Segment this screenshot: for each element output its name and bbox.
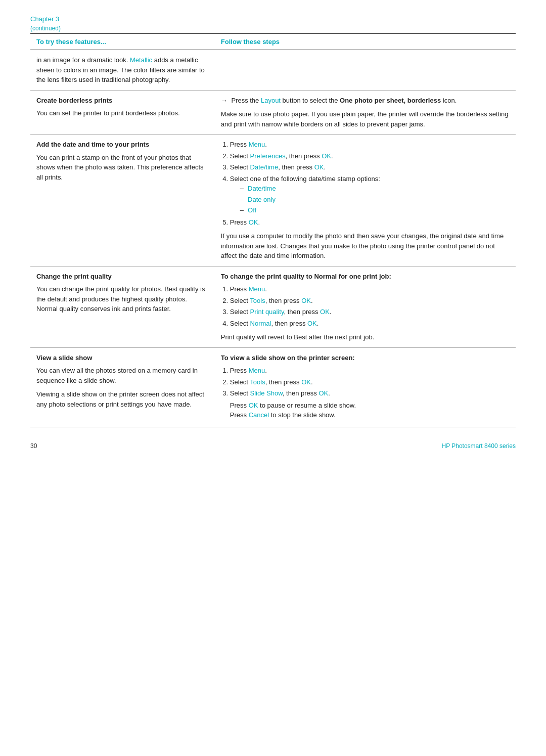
- metallic-highlight: Metallic: [130, 56, 152, 64]
- table-row: in an image for a dramatic look. Metalli…: [30, 50, 516, 91]
- continued-label: (continued): [30, 25, 516, 32]
- list-item: Off: [240, 205, 510, 215]
- preferences-highlight: Preferences: [250, 152, 286, 160]
- slideshow-subnote2: Press Cancel to stop the slide show.: [230, 410, 510, 420]
- quality-steps-title: To change the print quality to Normal fo…: [221, 272, 510, 282]
- feature-body2-slideshow: Viewing a slide show on the printer scre…: [36, 389, 209, 409]
- list-item: Date only: [240, 195, 510, 205]
- datetime-options-list: Date/time Date only Off: [240, 184, 510, 215]
- ok-highlight-6: OK: [307, 320, 317, 327]
- feature-body-borderless: You can set the printer to print borderl…: [36, 108, 209, 118]
- slideshow-steps-list: Press Menu. Select Tools, then press OK.…: [230, 366, 510, 420]
- feature-title-borderless: Create borderless prints: [36, 96, 209, 106]
- list-item: Select Normal, then press OK.: [230, 319, 510, 329]
- feature-text-color-filters: in an image for a dramatic look. Metalli…: [36, 56, 205, 83]
- content-table: To try these features... Follow these st…: [30, 33, 516, 427]
- table-row: View a slide show You can view all the p…: [30, 347, 516, 427]
- normal-highlight: Normal: [250, 320, 271, 327]
- product-name: HP Photosmart 8400 series: [441, 442, 516, 450]
- list-item: Press Menu.: [230, 366, 510, 376]
- feature-cell-color-filters: in an image for a dramatic look. Metalli…: [30, 50, 215, 91]
- quality-note: Print quality will revert to Best after …: [221, 332, 510, 342]
- tools-highlight-2: Tools: [250, 378, 265, 386]
- slideshow-highlight: Slide Show: [250, 389, 283, 397]
- ok-highlight-9: OK: [249, 402, 258, 409]
- option-dateonly: Date only: [248, 196, 276, 203]
- chapter-label: Chapter 3: [30, 15, 516, 23]
- datetime-steps-list: Press Menu. Select Preferences, then pre…: [230, 140, 510, 215]
- list-item: Press Menu.: [230, 140, 510, 150]
- steps-cell-slideshow: To view a slide show on the printer scre…: [215, 347, 516, 427]
- cancel-highlight: Cancel: [249, 411, 269, 419]
- steps-cell-datetime: Press Menu. Select Preferences, then pre…: [215, 135, 516, 266]
- list-item: Select Date/time, then press OK.: [230, 162, 510, 172]
- ok-highlight-1: OK: [322, 152, 331, 160]
- table-row: Create borderless prints You can set the…: [30, 90, 516, 135]
- ok-highlight-7: OK: [301, 378, 311, 386]
- option-datetime: Date/time: [248, 185, 276, 192]
- feature-cell-borderless: Create borderless prints You can set the…: [30, 90, 215, 135]
- steps-cell-quality: To change the print quality to Normal fo…: [215, 266, 516, 347]
- menu-highlight-2: Menu: [249, 285, 265, 293]
- datetime-highlight: Date/time: [250, 163, 279, 171]
- list-item: Press Menu.: [230, 284, 510, 294]
- ok-highlight-2: OK: [314, 163, 324, 171]
- feature-title-datetime: Add the date and time to your prints: [36, 140, 209, 150]
- menu-highlight-3: Menu: [249, 367, 265, 374]
- menu-highlight-1: Menu: [249, 141, 265, 148]
- ok-highlight-5: OK: [320, 308, 330, 316]
- feature-body1-slideshow: You can view all the photos stored on a …: [36, 366, 209, 385]
- feature-title-slideshow: View a slide show: [36, 353, 209, 363]
- datetime-steps-list-2: Press OK.: [230, 217, 510, 228]
- list-item: Select Tools, then press OK.: [230, 296, 510, 306]
- borderless-note: Make sure to use photo paper. If you use…: [221, 109, 510, 129]
- feature-cell-datetime: Add the date and time to your prints You…: [30, 135, 215, 266]
- borderless-bold: One photo per sheet, borderless: [340, 97, 441, 104]
- feature-cell-slideshow: View a slide show You can view all the p…: [30, 347, 215, 427]
- steps-cell-borderless: → Press the Layout button to select the …: [215, 90, 516, 135]
- col-header-steps: Follow these steps: [215, 33, 516, 50]
- list-item: Select Preferences, then press OK.: [230, 151, 510, 161]
- list-item: Select one of the following date/time st…: [230, 174, 510, 215]
- list-item: Select Tools, then press OK.: [230, 377, 510, 387]
- ok-highlight-3: OK: [249, 218, 258, 226]
- layout-highlight: Layout: [261, 97, 281, 104]
- slideshow-subnote1: Press OK to pause or resume a slide show…: [230, 401, 510, 411]
- quality-steps-list: Press Menu. Select Tools, then press OK.…: [230, 284, 510, 328]
- steps-cell-color-filters: [215, 50, 516, 91]
- page-number: 30: [30, 442, 37, 450]
- ok-highlight-8: OK: [318, 389, 328, 397]
- slideshow-steps-title: To view a slide show on the printer scre…: [221, 353, 510, 363]
- list-item: Select Print quality, then press OK.: [230, 307, 510, 317]
- list-item: Date/time: [240, 184, 510, 194]
- datetime-note: If you use a computer to modify the phot…: [221, 231, 510, 261]
- option-off: Off: [248, 206, 256, 214]
- col-header-features: To try these features...: [30, 33, 215, 50]
- feature-body-quality: You can change the print quality for pho…: [36, 284, 209, 314]
- step-borderless-intro: → Press the Layout button to select the …: [221, 96, 510, 106]
- table-row: Add the date and time to your prints You…: [30, 135, 516, 266]
- feature-body-datetime: You can print a stamp on the front of yo…: [36, 153, 209, 183]
- table-row: Change the print quality You can change …: [30, 266, 516, 347]
- feature-cell-quality: Change the print quality You can change …: [30, 266, 215, 347]
- list-item: Press OK.: [230, 217, 510, 228]
- page-footer: 30 HP Photosmart 8400 series: [30, 442, 516, 450]
- ok-highlight-4: OK: [301, 297, 311, 304]
- list-item: Select Slide Show, then press OK. Press …: [230, 388, 510, 420]
- feature-title-quality: Change the print quality: [36, 272, 209, 282]
- tools-highlight-1: Tools: [250, 297, 265, 304]
- printquality-highlight: Print quality: [250, 308, 284, 316]
